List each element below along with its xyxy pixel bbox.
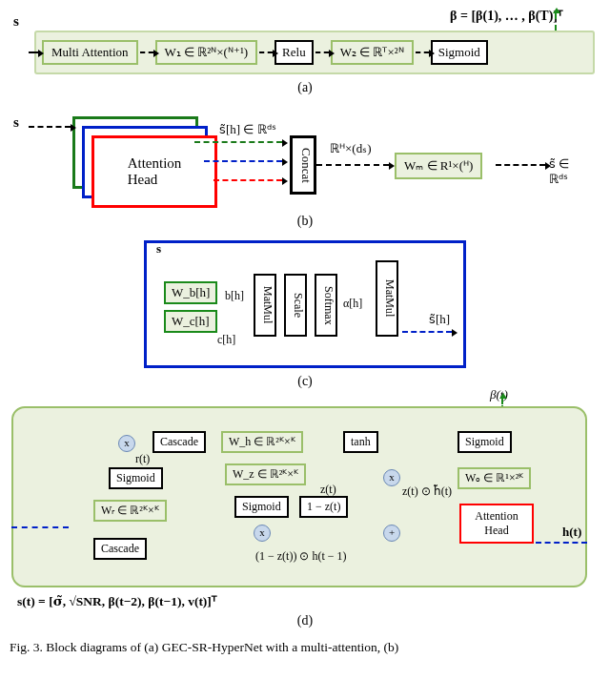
panel-c-label: (c): [8, 374, 602, 389]
b-label: b[h]: [225, 289, 244, 303]
attention-head-block: Attention Head: [459, 504, 534, 544]
arrow-icon: [140, 51, 153, 53]
panel-d-label: (d): [8, 613, 602, 628]
wo-block: Wₒ ∈ ℝ¹×²ᴷ: [458, 467, 531, 489]
arrow-red-icon: [214, 179, 282, 181]
arrow-icon: [496, 164, 545, 166]
matmul1-block: MatMul: [254, 274, 276, 337]
zt-odot-h-label: z(t) ⊙ h̃(t): [402, 484, 452, 499]
mul-node-2: x: [383, 469, 400, 486]
panel-b-label: (b): [8, 214, 602, 229]
w1-block: W₁ ∈ ℝ²ᴺ×(ᴺ⁺¹): [155, 40, 258, 65]
one-minus-z-odot-h-label: (1 − z(t)) ⊙ h(t − 1): [255, 549, 347, 564]
arrow-up-icon: [555, 13, 557, 31]
cascade-block-bottom: Cascade: [93, 538, 147, 560]
stilde-h-label: s̃[h] ∈ ℝᵈˢ: [219, 122, 276, 137]
input-s-label: s: [13, 114, 19, 131]
sigmoid-block-1: Sigmoid: [109, 467, 163, 489]
softmax-block: Softmax: [315, 274, 337, 337]
relu-block: Relu: [274, 40, 314, 65]
sigmoid-block: Sigmoid: [431, 40, 488, 65]
rt-label: r(t): [135, 452, 150, 466]
sigmoid-block-3: Sigmoid: [458, 431, 512, 453]
wc-block: W_c[h]: [164, 310, 217, 333]
beta-output-label: β = [β(1), … , β(T)]ᵀ: [450, 8, 562, 24]
st-input-label: s(t) = [σ̃, √SNR, β(t−2), β(t−1), v(t)]ᵀ: [17, 593, 602, 609]
input-s-label: s: [156, 241, 161, 257]
wh-block: W_h ∈ ℝ²ᴷ×ᴷ: [221, 431, 303, 453]
c-label: c[h]: [217, 333, 235, 347]
figure-caption: Fig. 3. Block diagrams of (a) GEC-SR-Hyp…: [10, 640, 600, 655]
zt-label: z(t): [320, 483, 336, 497]
matmul2-block: MatMul: [376, 260, 398, 337]
hdim-label: ℝᴴ×(dₛ): [330, 141, 372, 156]
arrow-blue-icon: [11, 526, 69, 528]
arrow-icon: [316, 164, 389, 166]
attention-head-stack-1: Attention Head: [92, 135, 217, 208]
panel-c: s W_b[h] W_c[h] b[h] c[h] MatMul Scale S…: [144, 240, 466, 368]
scale-block: Scale: [284, 274, 307, 337]
arrow-blue-out-icon: [536, 542, 587, 544]
sigmoid-block-2: Sigmoid: [234, 496, 289, 518]
input-s-label: s: [13, 13, 19, 30]
wb-block: W_b[h]: [164, 281, 217, 304]
w2-block: W₂ ∈ ℝᵀ×²ᴺ: [331, 40, 414, 65]
arrow-icon: [416, 51, 429, 53]
mul-node-3: x: [254, 525, 271, 542]
mul-node-1: x: [118, 435, 135, 452]
arrow-green-icon: [29, 126, 71, 128]
ht-label: h(t): [562, 525, 581, 540]
concat-block: Concat: [290, 135, 316, 195]
stilde-h-out-label: s̃[h]: [429, 312, 450, 327]
stilde-label: s̃ ∈ ℝᵈˢ: [549, 156, 587, 187]
arrow-blue-icon: [204, 160, 282, 162]
cascade-block-top: Cascade: [152, 431, 206, 453]
panel-b: s Attention Head s̃[h] ∈ ℝᵈˢ Concat ℝᴴ×(…: [34, 107, 587, 208]
arrow-icon: [315, 51, 329, 53]
tanh-block: tanh: [343, 431, 378, 453]
multi-attention-block: Multi Attention: [42, 40, 138, 65]
arrow-icon: [29, 51, 38, 53]
panel-a: s β = [β(1), … , β(T)]ᵀ Multi Attention …: [34, 31, 595, 74]
wm-block: Wₘ ∈ R¹×(ᴴ): [395, 153, 482, 179]
alpha-label: α[h]: [343, 297, 362, 311]
panel-a-label: (a): [8, 80, 602, 95]
wr-block: Wᵣ ∈ ℝ²ᴷ×ᴷ: [93, 500, 167, 522]
one-minus-z-block: 1 − z(t): [299, 496, 348, 518]
wz-block: W_z ∈ ℝ²ᴷ×ᴷ: [225, 463, 306, 485]
arrow-icon: [259, 51, 273, 53]
add-node: +: [383, 525, 400, 542]
arrow-icon: [194, 141, 282, 143]
panel-d: x Cascade W_h ∈ ℝ²ᴷ×ᴷ tanh Sigmoid r(t) …: [11, 406, 587, 587]
arrow-blue-icon: [402, 331, 452, 333]
